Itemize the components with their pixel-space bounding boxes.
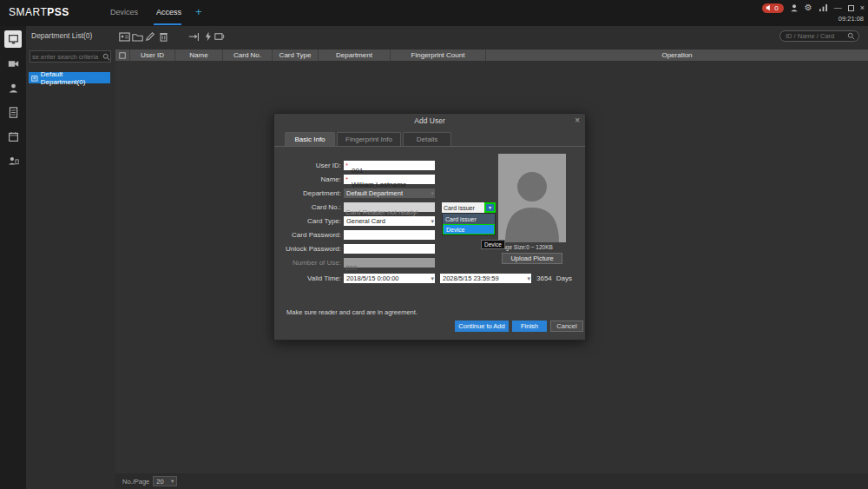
card-issuer-dropdown-list: Card issuer Device [442,213,496,235]
department-icon [31,75,38,82]
maximize-button[interactable] [848,5,854,11]
tree-item-label: Default Department(0) [41,70,108,86]
access-user-icon[interactable] [4,152,22,169]
card-no-label: Card No.: [281,203,344,211]
card-password-label: Card Password: [281,231,344,239]
select-all-checkbox[interactable] [115,50,130,61]
log-icon[interactable] [4,103,22,121]
brand-smart: SMART [9,6,47,18]
days-unit-label: Days [556,274,572,282]
page-size-select[interactable]: 20 ▾ [153,476,177,486]
card-issuer-dropdown-button[interactable]: ▾ [484,202,496,213]
add-card-icon[interactable] [118,30,130,43]
alarm-count: 0 [774,4,778,12]
module-sidebar [0,26,26,489]
field-valid-time: Valid Time: 2018/5/15 0:00:00▾ 2028/5/15… [281,274,594,283]
col-card-type: Card Type [273,50,319,61]
option-card-issuer[interactable]: Card issuer [443,214,495,224]
days-value: 3654 [536,274,552,282]
field-name: Name: * [281,175,490,184]
chevron-down-icon: ▾ [431,188,434,198]
department-select[interactable]: Default Department▾ [344,188,435,198]
user-search[interactable] [779,30,859,42]
required-asterisk: * [345,162,348,169]
page-size-value: 20 [156,478,163,486]
person-silhouette-icon [498,154,566,242]
delete-trash-icon[interactable] [157,30,169,43]
tab-fingerprint-info[interactable]: Fingerprint Info [337,132,401,146]
settings-gear-icon[interactable]: ⚙ [805,3,812,12]
valid-from-value: 2018/5/15 0:00:00 [346,274,398,282]
required-asterisk: * [345,175,348,183]
user-id-label: User ID: [281,162,344,169]
card-type-select[interactable]: General Card▾ [344,216,435,226]
person-icon[interactable] [4,79,22,96]
edit-pencil-icon[interactable] [144,30,156,43]
add-user-dialog: Add User × Basic Info Fingerprint Info D… [273,113,586,340]
batch-add-icon[interactable] [131,30,143,43]
valid-time-label: Valid Time: [281,274,344,282]
tab-access[interactable]: Access [156,8,181,17]
col-fingerprint-count: Fingerprint Count [391,50,486,61]
calendar-icon[interactable] [4,128,22,145]
tab-details[interactable]: Details [403,132,451,146]
network-icon[interactable] [819,3,828,12]
continue-to-add-button[interactable]: Continue to Add [455,320,509,332]
department-list-title: Department List(0) [31,31,92,40]
card-issuer-select[interactable]: Card issuer ▾ [442,202,496,213]
console-icon[interactable] [4,30,22,48]
finish-button[interactable]: Finish [512,320,547,332]
department-search-input[interactable] [30,53,102,61]
department-search[interactable] [30,50,111,63]
user-icon[interactable] [790,3,799,12]
smartpss-window: SMARTPSS Devices Access + 0 ⚙ — × 09:21:… [0,0,868,489]
active-tab-underline [154,23,181,25]
number-of-use-label: Number of Use: [281,259,344,267]
tab-devices[interactable]: Devices [110,8,138,17]
tab-basic-info[interactable]: Basic Info [285,132,335,146]
user-search-input[interactable] [784,31,847,41]
agreement-note: Make sure reader and card are in agreeme… [286,308,418,316]
search-icon [847,32,855,40]
card-type-value: General Card [346,217,385,225]
card-reader-icon[interactable] [214,30,226,43]
field-number-of-use: Number of Use: [281,258,490,268]
import-icon[interactable] [187,30,200,43]
chevron-down-icon: ▾ [431,274,434,283]
video-icon[interactable] [4,55,22,72]
extract-icon[interactable] [201,30,214,43]
user-table-header: User ID Name Card No. Card Type Departme… [115,50,868,61]
titlebar: SMARTPSS Devices Access + 0 ⚙ — × 09:21:… [0,0,868,26]
tab-divider [274,146,585,147]
alarm-indicator[interactable]: 0 [762,3,783,13]
col-card-no: Card No. [223,50,273,61]
upload-picture-button[interactable]: Upload Picture [502,253,562,264]
field-user-id: User ID: * [281,161,490,170]
minimize-button[interactable]: — [834,3,842,12]
close-button[interactable]: × [860,3,865,12]
device-tooltip: Device [481,240,505,249]
field-department: Department: Default Department▾ [281,188,490,198]
valid-from-picker[interactable]: 2018/5/15 0:00:00▾ [344,274,435,283]
unlock-password-label: Unlock Password: [281,245,344,253]
dialog-close-icon[interactable]: × [575,116,580,126]
app-logo: SMARTPSS [9,6,69,18]
valid-to-value: 2028/5/15 23:59:59 [443,274,499,282]
col-name: Name [175,50,223,61]
chevron-down-icon: ▾ [431,216,434,226]
dialog-title: Add User [274,114,585,128]
card-type-label: Card Type: [281,217,344,225]
cancel-button[interactable]: Cancel [550,320,583,332]
chevron-down-icon: ▾ [527,274,530,283]
col-department: Department [319,50,391,61]
image-size-hint: Image Size:0 ~ 120KB [496,244,583,250]
valid-to-picker[interactable]: 2028/5/15 23:59:59▾ [440,274,531,283]
card-issuer-value: Card issuer [442,202,484,213]
number-of-use-input [344,263,435,273]
col-operation: Operation [486,50,868,61]
option-device[interactable]: Device [443,224,495,235]
add-tab-button[interactable]: + [195,5,202,18]
alarm-speaker-icon [766,4,773,11]
user-photo-placeholder [498,154,566,242]
tree-item-default-department[interactable]: Default Department(0) [29,72,110,83]
